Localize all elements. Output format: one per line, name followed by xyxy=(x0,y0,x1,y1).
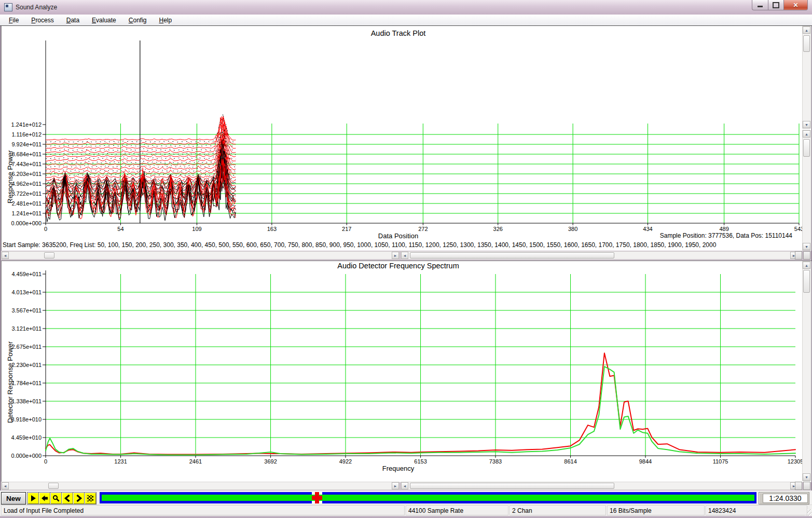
svg-text:4.013e+011: 4.013e+011 xyxy=(11,289,42,295)
maximize-icon xyxy=(773,2,779,8)
step-back-button[interactable] xyxy=(61,492,74,505)
step-forward-button[interactable] xyxy=(73,492,85,505)
scroll-arrow-icon[interactable]: ◄ xyxy=(401,482,408,489)
scroll-arrow-icon[interactable]: ▲ xyxy=(803,130,810,138)
svg-text:2461: 2461 xyxy=(189,458,202,465)
scrollbar-corner-button[interactable] xyxy=(803,251,810,260)
svg-text:380: 380 xyxy=(568,226,577,232)
scroll-arrow-icon[interactable]: ◄ xyxy=(401,252,408,259)
track-plot-ylabel: Response Power xyxy=(6,110,14,203)
svg-text:2.675e+011: 2.675e+011 xyxy=(11,344,42,350)
svg-text:7.443e+011: 7.443e+011 xyxy=(11,161,42,167)
svg-text:217: 217 xyxy=(342,226,351,232)
svg-text:272: 272 xyxy=(418,226,428,232)
svg-text:4.962e+011: 4.962e+011 xyxy=(11,181,42,187)
magnifier-icon xyxy=(52,494,60,502)
close-icon: ✕ xyxy=(793,2,798,9)
spectrum-vscrollbar[interactable]: ▲▼ xyxy=(802,261,811,481)
scroll-thumb[interactable] xyxy=(410,483,614,489)
svg-text:109: 109 xyxy=(192,226,201,232)
svg-text:2.481e+011: 2.481e+011 xyxy=(11,200,42,207)
status-field-2: 2 Chan xyxy=(510,506,606,515)
scroll-thumb[interactable] xyxy=(48,483,59,489)
scroll-arrow-icon[interactable]: ▲ xyxy=(803,26,810,34)
titlebar[interactable]: Sound Analyze ✕ xyxy=(0,0,812,15)
scroll-arrow-icon[interactable]: ◄ xyxy=(2,252,9,259)
scroll-thumb[interactable] xyxy=(803,35,810,52)
scroll-thumb[interactable] xyxy=(803,139,810,157)
track-plot-canvas[interactable]: 1.241e+0121.116e+0129.924e+0118.684e+011… xyxy=(0,26,812,251)
status-bar: Load of Input File Completed44100 Sample… xyxy=(0,505,812,516)
scroll-arrow-icon[interactable]: ▲ xyxy=(803,262,810,269)
position-marker[interactable] xyxy=(312,492,322,503)
spectrum-hscrollbar-right[interactable]: ◄► xyxy=(401,482,798,490)
spectrum-canvas[interactable]: 4.459e+0114.013e+0113.567e+0113.121e+011… xyxy=(0,261,812,482)
scrollbar-corner-button[interactable] xyxy=(795,251,802,260)
menu-item-data[interactable]: Data xyxy=(62,16,84,25)
svg-text:54: 54 xyxy=(117,226,123,232)
svg-text:2.230e+011: 2.230e+011 xyxy=(11,362,42,368)
menu-item-config[interactable]: Config xyxy=(124,16,152,25)
track-plot-title: Audio Track Plot xyxy=(0,29,796,37)
svg-text:11075: 11075 xyxy=(713,458,728,465)
track-vscrollbar-upper[interactable]: ▲▼ xyxy=(802,26,811,129)
svg-text:1.338e+011: 1.338e+011 xyxy=(11,398,42,404)
svg-text:8.684e+011: 8.684e+011 xyxy=(11,151,42,157)
window-bottom-border xyxy=(0,516,812,518)
svg-text:489: 489 xyxy=(719,226,728,232)
menu-item-evaluate[interactable]: Evaluate xyxy=(87,16,121,25)
svg-text:3.722e+011: 3.722e+011 xyxy=(11,190,42,197)
scrollbar-corner-button[interactable] xyxy=(803,482,810,490)
scroll-arrow-icon[interactable]: ▼ xyxy=(803,243,810,250)
scroll-arrow-icon[interactable]: ▼ xyxy=(803,473,810,481)
menu-item-process[interactable]: Process xyxy=(26,16,58,25)
svg-text:0: 0 xyxy=(44,458,47,465)
svg-text:8614: 8614 xyxy=(564,458,576,465)
scroll-thumb[interactable] xyxy=(803,270,810,293)
traces-icon xyxy=(86,494,94,502)
play-button[interactable] xyxy=(27,492,39,505)
window-controls: ✕ xyxy=(752,0,808,10)
bottom-toolbar: New 1:24.0330 xyxy=(0,490,812,505)
time-value: 1:24.0330 xyxy=(763,494,808,503)
menu-item-help[interactable]: Help xyxy=(155,16,177,25)
svg-text:1.784e+011: 1.784e+011 xyxy=(11,380,42,386)
close-button[interactable]: ✕ xyxy=(784,0,808,10)
svg-text:1.241e+011: 1.241e+011 xyxy=(11,210,42,216)
track-hscrollbar-left[interactable]: ◄► xyxy=(1,251,400,260)
svg-text:6.203e+011: 6.203e+011 xyxy=(11,171,42,177)
menu-item-file[interactable]: File xyxy=(4,16,23,25)
minimize-button[interactable] xyxy=(752,0,768,10)
scroll-thumb[interactable] xyxy=(44,252,54,258)
waterfall-plot-button[interactable] xyxy=(84,492,97,505)
back-arrow-button[interactable] xyxy=(38,492,51,505)
maximize-button[interactable] xyxy=(768,0,784,10)
track-vscrollbar-lower[interactable]: ▲▼ xyxy=(802,130,811,251)
svg-text:0: 0 xyxy=(44,226,47,232)
scroll-thumb[interactable] xyxy=(410,252,614,258)
scrollbar-corner-button[interactable] xyxy=(795,482,802,490)
spectrum-title: Audio Detector Frequency Spectrum xyxy=(0,262,796,270)
track-hscrollbar-right[interactable]: ◄► xyxy=(401,251,798,260)
scroll-arrow-icon[interactable]: ► xyxy=(392,482,399,489)
scroll-arrow-icon[interactable]: ◄ xyxy=(2,482,9,489)
app-window: Sound Analyze ✕ FileProcessDataEvaluateC… xyxy=(0,0,812,518)
spectrum-hscrollbar-left[interactable]: ◄► xyxy=(1,482,400,490)
svg-text:9844: 9844 xyxy=(639,458,652,465)
spectrum-xlabel: Frequency xyxy=(0,465,796,472)
svg-text:163: 163 xyxy=(267,226,277,232)
scroll-arrow-icon[interactable]: ► xyxy=(392,252,399,259)
audio-position-bar[interactable] xyxy=(100,492,756,503)
scroll-arrow-icon[interactable]: ▼ xyxy=(803,121,810,128)
status-field-4: 14823424 xyxy=(706,506,807,515)
svg-text:1.116e+012: 1.116e+012 xyxy=(11,131,42,138)
svg-text:12305: 12305 xyxy=(788,458,804,465)
new-button[interactable]: New xyxy=(1,492,26,505)
minimize-icon xyxy=(758,6,763,7)
window-title: Sound Analyze xyxy=(16,4,57,11)
zoom-button[interactable] xyxy=(50,492,62,505)
time-display: 1:24.0330 xyxy=(759,492,809,505)
start-sample-label: Start Sample: 3635200, Freq List: 50, 10… xyxy=(3,241,716,249)
play-icon xyxy=(29,494,37,502)
svg-text:3.567e+011: 3.567e+011 xyxy=(11,307,42,313)
